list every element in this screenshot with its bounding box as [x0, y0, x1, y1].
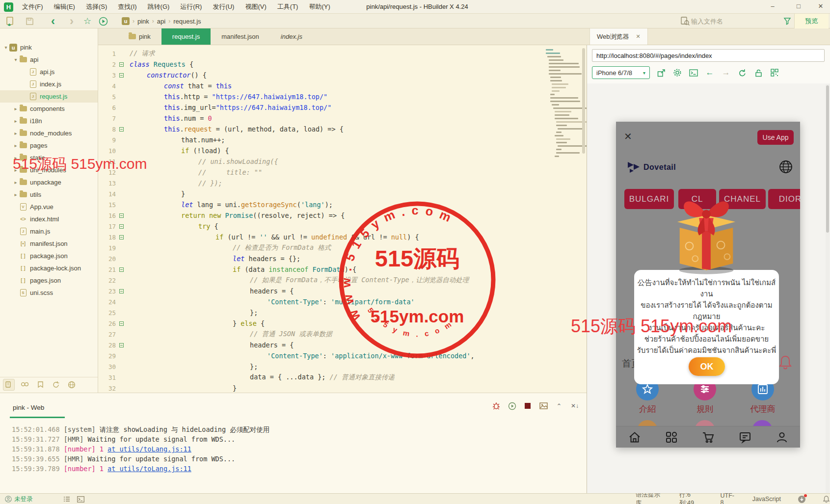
forward-icon[interactable]: › — [66, 15, 78, 27]
tab-manifest-json[interactable]: manifest.json — [211, 28, 270, 45]
collapse-panel-icon[interactable]: ⌃ — [554, 401, 564, 411]
tree-item-index-html[interactable]: <>index.html — [0, 213, 98, 225]
menu-item-8[interactable]: 工具(T) — [273, 0, 303, 14]
menu-item-6[interactable]: 发行(U) — [208, 0, 239, 14]
marks-view-icon[interactable] — [34, 379, 46, 391]
chevron-right-icon[interactable]: ▸ — [13, 143, 19, 148]
chevron-down-icon[interactable]: ▾ — [13, 57, 19, 62]
chevron-down-icon[interactable]: ▾ — [3, 45, 9, 50]
chevron-right-icon[interactable]: ▸ — [13, 131, 19, 136]
settings-gear-icon[interactable] — [672, 68, 682, 78]
tree-item-index-js[interactable]: Jindex.js — [0, 78, 98, 90]
tree-item-node-modules[interactable]: ▸node_modules — [0, 127, 98, 139]
tree-item-manifest-json[interactable]: [•]manifest.json — [0, 238, 98, 250]
clear-console-icon[interactable]: ✕↓ — [570, 401, 580, 411]
nav-cart-icon[interactable] — [701, 430, 715, 444]
menu-item-7[interactable]: 视图(V) — [241, 0, 270, 14]
fold-marker[interactable] — [116, 224, 127, 229]
brand-button-bulgari[interactable]: BULGARI — [624, 189, 674, 209]
close-icon[interactable]: ✕ — [636, 33, 641, 40]
run-icon[interactable] — [97, 15, 109, 27]
minimize-button[interactable]: – — [762, 0, 783, 14]
tree-item-pink[interactable]: ▾upink — [0, 41, 98, 53]
tab-index-js[interactable]: index.js — [270, 28, 313, 45]
unlock-icon[interactable] — [753, 68, 763, 78]
search-input[interactable] — [691, 16, 775, 27]
tree-item-package-json[interactable]: [ ]package.json — [0, 250, 98, 262]
fold-marker[interactable] — [116, 343, 127, 347]
maximize-button[interactable]: □ — [788, 0, 809, 14]
preview-button[interactable]: 预览 — [794, 14, 829, 28]
chevron-right-icon[interactable]: ▸ — [13, 118, 19, 124]
brand-button-dior[interactable]: DIOR — [768, 189, 800, 209]
fold-marker[interactable] — [116, 267, 127, 272]
menu-item-1[interactable]: 编辑(E) — [50, 0, 80, 14]
fold-marker[interactable] — [116, 235, 127, 239]
back-icon[interactable]: ‹ — [47, 15, 59, 27]
device-select[interactable]: iPhone 6/7/8▾ — [592, 66, 650, 79]
export-image-icon[interactable] — [538, 401, 548, 411]
outline-icon[interactable] — [63, 496, 70, 503]
open-external-icon[interactable] — [656, 68, 666, 78]
tree-item-uni-modules[interactable]: ▸uni_modules — [0, 164, 98, 176]
menu-item-2[interactable]: 选择(S) — [81, 0, 111, 14]
address-bar[interactable] — [592, 49, 825, 62]
chevron-right-icon[interactable]: ▸ — [13, 106, 19, 111]
nav-categories-icon[interactable] — [665, 430, 678, 444]
breadcrumb-file[interactable]: request.js — [173, 18, 201, 25]
fold-marker[interactable] — [116, 62, 127, 67]
tab-request-js[interactable]: request.js — [161, 28, 211, 45]
tree-item-static[interactable]: ▸static — [0, 152, 98, 164]
tree-item-utils[interactable]: ▸utils — [0, 188, 98, 201]
language-globe-icon[interactable] — [779, 160, 793, 176]
tree-item-api-js[interactable]: Japi.js — [0, 66, 98, 78]
fold-marker[interactable] — [116, 289, 127, 293]
minimap[interactable] — [546, 45, 584, 393]
log-source-link[interactable]: at utils/toLang.js:11 — [107, 445, 191, 453]
browser-scrollbar-thumb[interactable] — [826, 85, 829, 233]
nav-profile-icon[interactable] — [775, 430, 789, 444]
chevron-right-icon[interactable]: ▸ — [13, 167, 19, 173]
nav-home-icon[interactable] — [628, 430, 642, 444]
nav-chat-icon[interactable] — [738, 430, 752, 444]
fold-marker[interactable] — [116, 321, 127, 326]
menu-item-3[interactable]: 查找(I) — [113, 0, 141, 14]
history-view-icon[interactable] — [50, 379, 62, 391]
terminal-status-icon[interactable] — [77, 496, 84, 503]
login-status[interactable]: 未登录 — [5, 495, 33, 504]
tree-item-unpackage[interactable]: ▸unpackage — [0, 176, 98, 188]
chevron-right-icon[interactable]: ▸ — [13, 180, 19, 185]
tab-web-browser[interactable]: Web浏览器 ✕ — [589, 28, 648, 45]
menu-item-9[interactable]: 帮助(Y) — [304, 0, 334, 14]
editor-scrollbar[interactable] — [582, 48, 585, 154]
breadcrumb-folder[interactable]: api — [157, 18, 165, 25]
debug-bug-icon[interactable] — [491, 401, 501, 411]
notice-bell-icon[interactable] — [778, 354, 793, 372]
chevron-right-icon[interactable]: ▸ — [13, 155, 19, 160]
browser-refresh-icon[interactable] — [737, 68, 747, 78]
save-icon[interactable] — [24, 15, 35, 27]
update-download-icon[interactable] — [798, 495, 806, 504]
menu-item-4[interactable]: 跳转(G) — [143, 0, 174, 14]
fold-marker[interactable] — [116, 213, 127, 218]
language-mode[interactable]: JavaScript — [752, 496, 781, 503]
restart-run-icon[interactable] — [507, 401, 517, 411]
console-tab[interactable]: pink - Web — [13, 404, 44, 411]
search-view-icon[interactable] — [19, 379, 30, 391]
chevron-right-icon[interactable]: ▸ — [13, 192, 19, 197]
project-view-icon[interactable] — [3, 379, 15, 391]
code-editor[interactable]: 1// 请求2class Requests {3constructor() {4… — [98, 45, 587, 393]
filter-icon[interactable] — [781, 15, 793, 27]
tree-item-pages[interactable]: ▸pages — [0, 139, 98, 152]
qrcode-icon[interactable] — [770, 68, 779, 78]
breadcrumb-project[interactable]: pink — [137, 18, 149, 25]
page-close-icon[interactable]: ✕ — [624, 131, 632, 142]
fold-marker[interactable] — [116, 127, 127, 132]
tab-pink[interactable]: pink — [118, 28, 161, 45]
browser-forward-icon[interactable]: → — [721, 68, 731, 78]
globe-view-icon[interactable] — [66, 379, 78, 391]
tree-item-pages-json[interactable]: [ ]pages.json — [0, 274, 98, 287]
fold-marker[interactable] — [116, 73, 127, 78]
use-app-button[interactable]: Use App — [757, 130, 794, 145]
encoding[interactable]: UTF-8 — [720, 492, 735, 504]
